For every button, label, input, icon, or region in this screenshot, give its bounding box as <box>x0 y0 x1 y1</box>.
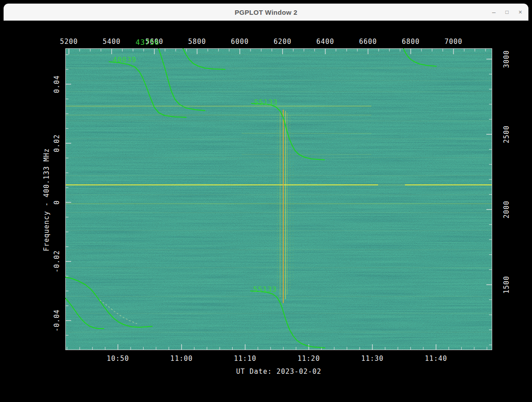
desktop-background: PGPLOT Window 2 – □ × 5 <box>0 0 532 402</box>
bottom-axis-tick-label: 10:50 <box>106 355 129 363</box>
top-axis-tick-label: 5800 <box>188 38 206 46</box>
spectrogram-canvas <box>65 48 492 350</box>
top-axis-tick-label: 6000 <box>231 38 249 46</box>
maximize-button[interactable]: □ <box>506 9 509 15</box>
left-axis-tick-label: -0.04 <box>53 309 61 332</box>
right-axis-tick-label: 3000 <box>502 50 511 68</box>
satellite-id-label: 43756 <box>136 38 159 47</box>
bottom-axis-tick-label: 11:00 <box>170 355 193 363</box>
pgplot-window-content: 5200540056005800600062006400660068007000… <box>0 21 532 402</box>
top-axis-tick-label: 5400 <box>102 38 120 46</box>
window-titlebar[interactable]: PGPLOT Window 2 – □ × <box>4 4 528 21</box>
bottom-axis-tick-label: 11:10 <box>234 355 256 363</box>
bottom-axis-tick-label: 11:20 <box>298 355 320 363</box>
top-axis-tick-label: 5200 <box>60 38 78 46</box>
close-button[interactable]: × <box>519 9 522 15</box>
left-axis-tick-label: 0.04 <box>53 75 61 93</box>
minimize-button[interactable]: – <box>492 9 496 15</box>
spectrogram-plot-area <box>65 48 492 350</box>
window-title: PGPLOT Window 2 <box>4 9 528 16</box>
left-axis-tick-label: -0.02 <box>53 250 61 273</box>
y-axis-title: Frequency - 400.133 MHz <box>43 148 51 252</box>
window-controls: – □ × <box>492 4 522 21</box>
right-axis-tick-label: 2500 <box>502 125 511 143</box>
bottom-axis-tick-label: 11:30 <box>361 355 383 363</box>
right-axis-tick-label: 1500 <box>502 276 511 294</box>
streak-texture <box>65 48 492 350</box>
left-axis-tick-label: 0 <box>53 200 61 205</box>
right-axis-tick-label: 2000 <box>502 201 511 218</box>
top-axis-tick-label: 6200 <box>273 38 291 46</box>
bottom-axis-tick-label: 11:40 <box>425 355 447 363</box>
satellite-id-label: 55133 <box>253 285 277 294</box>
top-axis-tick-label: 6800 <box>402 38 420 46</box>
top-axis-tick-label: 6600 <box>359 38 377 46</box>
top-axis-tick-label: 6400 <box>316 38 334 46</box>
top-axis-tick-label: 7000 <box>444 38 462 46</box>
satellite-id-label: 40039 <box>113 56 136 64</box>
x-axis-title: UT Date: 2023-02-02 <box>236 368 322 376</box>
left-axis-tick-label: 0.02 <box>53 134 61 152</box>
satellite-id-label: 55133 <box>254 98 278 107</box>
